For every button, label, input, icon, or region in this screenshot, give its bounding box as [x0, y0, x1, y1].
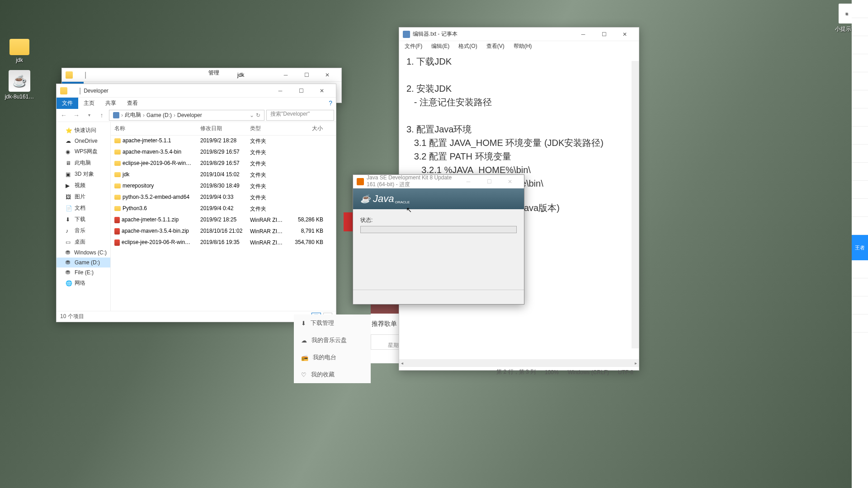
minimize-button[interactable]: ─ [573, 28, 594, 41]
col-date[interactable]: 修改日期 [197, 122, 246, 135]
col-name[interactable]: 名称 [111, 122, 197, 135]
nav-history-button[interactable]: ▾ [84, 110, 94, 121]
file-date: 2019/8/30 18:49 [197, 182, 246, 191]
sidebar-item[interactable]: 🌐网络 [57, 277, 110, 289]
scrollbar-vertical[interactable] [632, 61, 639, 348]
zip-icon [114, 217, 120, 223]
col-type[interactable]: 类型 [246, 122, 288, 135]
file-row[interactable]: Python3.62019/9/4 0:42文件夹 [111, 203, 336, 215]
scrollbar-horizontal[interactable]: ◂▸ [399, 359, 639, 366]
menu-help[interactable]: 帮助(H) [510, 42, 536, 51]
tab-home[interactable]: 主页 [78, 98, 100, 109]
java-installer-window[interactable]: Java SE Development Kit 8 Update 161 (64… [353, 174, 524, 305]
file-size [288, 148, 327, 157]
folder-icon [114, 150, 121, 155]
file-row[interactable]: eclipse-jee-2019-06-R-win32-x86_64….2019… [111, 237, 336, 249]
music-item-fav[interactable]: ♡我的收藏 [294, 366, 371, 383]
tab-share[interactable]: 共享 [100, 98, 122, 109]
nav-back-button[interactable]: ← [58, 110, 69, 121]
sidebar-item[interactable]: ⭐快速访问 [57, 125, 110, 136]
crumb[interactable]: Game (D:) [146, 112, 172, 118]
sidebar-item[interactable]: ⛃File (E:) [57, 267, 110, 277]
maximize-button[interactable]: ☐ [296, 68, 317, 82]
sidebar-item[interactable]: 🖼图片 [57, 191, 110, 202]
maximize-button[interactable]: ☐ [594, 28, 614, 41]
file-row[interactable]: merepository2019/8/30 18:49文件夹 [111, 181, 336, 192]
search-input[interactable]: 搜索"Developer" [266, 110, 334, 121]
sidebar-item[interactable]: ⛃Game (D:) [57, 258, 110, 267]
file-type: WinRAR ZIP 压缩… [246, 238, 288, 248]
file-size [288, 136, 327, 146]
music-item-cloud[interactable]: ☁我的音乐云盘 [294, 332, 371, 349]
file-row[interactable]: jdk2019/10/4 15:02文件夹 [111, 169, 336, 181]
tab-file[interactable]: 文件 [57, 98, 78, 109]
menu-format[interactable]: 格式(O) [455, 42, 481, 51]
folder-icon [114, 172, 121, 177]
sidebar-item[interactable]: ◉WPS网盘 [57, 146, 110, 157]
cloud-icon: ☁ [66, 138, 72, 144]
help-icon[interactable]: ? [329, 99, 332, 107]
music-item-radio[interactable]: 📻我的电台 [294, 349, 371, 366]
zoom-level: 100% [545, 369, 559, 375]
sidebar-item[interactable]: ▶视频 [57, 180, 110, 191]
window-title: Java SE Development Kit 8 Update 161 (64… [367, 174, 458, 188]
desktop-icon-jdk-folder[interactable]: jdk [4, 35, 35, 63]
status-label: 状态: [360, 216, 517, 224]
file-size [288, 182, 327, 191]
refresh-icon[interactable]: ↻ [256, 112, 260, 118]
file-name: apache-maven-3.5.4-bin [123, 149, 181, 155]
file-row[interactable]: python-3.5.2-embed-amd642019/9/4 0:33文件夹 [111, 192, 336, 203]
sidebar-item[interactable]: ⬇下载 [57, 214, 110, 225]
menu-edit[interactable]: 编辑(E) [428, 42, 453, 51]
file-row[interactable]: apache-maven-3.5.4-bin2019/8/29 16:57文件夹 [111, 147, 336, 158]
sidebar-label: Windows (C:) [74, 249, 107, 256]
close-button[interactable]: ✕ [614, 28, 635, 41]
minimize-button[interactable]: ─ [270, 84, 291, 98]
dropdown-icon[interactable]: ⌄ [250, 112, 254, 118]
titlebar[interactable]: 编辑器.txt - 记事本 ─ ☐ ✕ [399, 28, 639, 41]
file-row[interactable]: eclipse-jee-2019-06-R-win32-x86_642019/8… [111, 158, 336, 169]
nav-forward-button[interactable]: → [71, 110, 82, 121]
wps-icon: ◉ [66, 149, 72, 155]
titlebar[interactable]: | 管理 jdk ─ ☐ ✕ [62, 68, 341, 82]
col-size[interactable]: 大小 [288, 122, 327, 135]
side-edge-panel: 王者 [852, 0, 868, 488]
radio-icon: 📻 [301, 354, 308, 361]
sidebar-item[interactable]: ▭桌面 [57, 236, 110, 248]
titlebar[interactable]: Java SE Development Kit 8 Update 161 (64… [353, 175, 524, 188]
sidebar-item[interactable]: ▣3D 对象 [57, 169, 110, 180]
crumb[interactable]: 此电脑 [125, 111, 141, 119]
menu-file[interactable]: 文件(F) [401, 42, 426, 51]
explorer-window-developer[interactable]: | Developer ─ ☐ ✕ 文件 主页 共享 查看 ? ← → ▾ ↑ … [56, 84, 336, 322]
desktop-icon-jdk-installer[interactable]: ☕ jdk-8u161… [4, 70, 35, 100]
tab-manage[interactable]: 管理 [198, 68, 230, 78]
breadcrumb[interactable]: › 此电脑 › Game (D:) › Developer ⌄ ↻ [109, 110, 264, 121]
drv-icon: ⛃ [66, 259, 72, 266]
titlebar[interactable]: | Developer ─ ☐ ✕ [57, 84, 336, 98]
minimize-button[interactable]: ─ [275, 68, 296, 82]
file-row[interactable]: apache-maven-3.5.4-bin.zip2018/10/16 21:… [111, 226, 336, 237]
close-button[interactable]: ✕ [317, 68, 338, 82]
tab-view[interactable]: 查看 [122, 98, 143, 109]
sidebar-item[interactable]: 📄文档 [57, 202, 110, 214]
file-type: 文件夹 [246, 193, 288, 202]
file-row[interactable]: apache-jmeter-5.1.12019/9/2 18:28文件夹 [111, 136, 336, 147]
menu-view[interactable]: 查看(V) [483, 42, 508, 51]
crumb[interactable]: Developer [177, 112, 202, 118]
sidebar-item[interactable]: ⛃Windows (C:) [57, 248, 110, 258]
java-icon: ☕ [9, 70, 30, 92]
close-button[interactable]: ✕ [311, 84, 332, 98]
side-edge-tile[interactable]: 王者 [852, 235, 868, 260]
music-item-download[interactable]: ⬇下载管理 [294, 314, 371, 332]
sidebar-label: 网络 [75, 279, 85, 287]
column-headers[interactable]: 名称 修改日期 类型 大小 [111, 122, 336, 136]
file-size [288, 159, 327, 169]
nav-up-button[interactable]: ↑ [96, 110, 107, 121]
sidebar-item[interactable]: ♪音乐 [57, 225, 110, 236]
sidebar-item[interactable]: 🖥此电脑 [57, 157, 110, 169]
folder-icon [114, 195, 121, 200]
window-title: 编辑器.txt - 记事本 [413, 30, 573, 38]
file-row[interactable]: apache-jmeter-5.1.1.zip2019/9/2 18:25Win… [111, 215, 336, 226]
maximize-button[interactable]: ☐ [291, 84, 311, 98]
sidebar-item[interactable]: ☁OneDrive [57, 136, 110, 146]
